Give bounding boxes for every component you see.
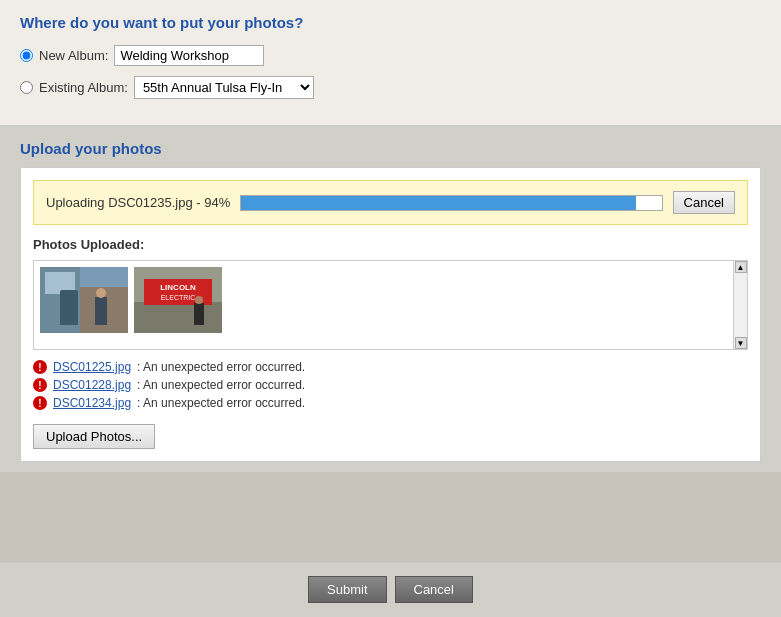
gray-area: [0, 472, 781, 561]
error-filename-2[interactable]: DSC01228.jpg: [53, 378, 131, 392]
svg-rect-4: [95, 297, 107, 325]
scrollbar-track: ▲ ▼: [733, 261, 747, 349]
thumbnails-area: LINCOLN ELECTRIC ▲ ▼: [33, 260, 748, 350]
thumbnail-1: [40, 267, 128, 333]
error-icon-3: !: [33, 396, 47, 410]
error-item-3: ! DSC01234.jpg : An unexpected error occ…: [33, 396, 748, 410]
error-message-2: : An unexpected error occurred.: [137, 378, 305, 392]
progress-bar-container: Uploading DSC01235.jpg - 94% Cancel: [33, 180, 748, 225]
thumbnail-2: LINCOLN ELECTRIC: [134, 267, 222, 333]
progress-track: [240, 195, 662, 211]
scrollbar-down[interactable]: ▼: [735, 337, 747, 349]
progress-label: Uploading DSC01235.jpg - 94%: [46, 195, 230, 210]
existing-album-radio[interactable]: [20, 81, 33, 94]
top-section: Where do you want to put your photos? Ne…: [0, 0, 781, 126]
scrollbar-up[interactable]: ▲: [735, 261, 747, 273]
new-album-input[interactable]: [114, 45, 264, 66]
existing-album-row: Existing Album: 55th Annual Tulsa Fly-In: [20, 76, 761, 99]
new-album-radio[interactable]: [20, 49, 33, 62]
existing-album-label: Existing Album:: [39, 80, 128, 95]
svg-rect-7: [134, 302, 222, 333]
bottom-bar: Submit Cancel: [0, 561, 781, 617]
svg-text:LINCOLN: LINCOLN: [160, 283, 196, 292]
error-item-2: ! DSC01228.jpg : An unexpected error occ…: [33, 378, 748, 392]
error-list: ! DSC01225.jpg : An unexpected error occ…: [33, 360, 748, 410]
submit-button[interactable]: Submit: [308, 576, 386, 603]
svg-rect-11: [194, 303, 204, 325]
error-icon-1: !: [33, 360, 47, 374]
upload-photos-button[interactable]: Upload Photos...: [33, 424, 155, 449]
error-message-3: : An unexpected error occurred.: [137, 396, 305, 410]
error-filename-3[interactable]: DSC01234.jpg: [53, 396, 131, 410]
svg-point-5: [96, 288, 106, 298]
svg-text:ELECTRIC: ELECTRIC: [161, 294, 196, 301]
upload-panel: Uploading DSC01235.jpg - 94% Cancel Phot…: [20, 167, 761, 462]
upload-section-title: Upload your photos: [20, 140, 761, 157]
page-title: Where do you want to put your photos?: [20, 14, 761, 31]
error-item-1: ! DSC01225.jpg : An unexpected error occ…: [33, 360, 748, 374]
existing-album-select[interactable]: 55th Annual Tulsa Fly-In: [134, 76, 314, 99]
error-filename-1[interactable]: DSC01225.jpg: [53, 360, 131, 374]
photos-uploaded-label: Photos Uploaded:: [33, 237, 748, 252]
progress-fill: [241, 196, 636, 210]
error-icon-2: !: [33, 378, 47, 392]
new-album-row: New Album:: [20, 45, 761, 66]
thumb-img-1: [40, 267, 128, 333]
new-album-label: New Album:: [39, 48, 108, 63]
page-wrapper: Where do you want to put your photos? Ne…: [0, 0, 781, 617]
thumb-img-2: LINCOLN ELECTRIC: [134, 267, 222, 333]
svg-point-12: [195, 296, 203, 304]
cancel-button[interactable]: Cancel: [395, 576, 473, 603]
svg-rect-3: [45, 272, 75, 294]
error-message-1: : An unexpected error occurred.: [137, 360, 305, 374]
upload-cancel-button[interactable]: Cancel: [673, 191, 735, 214]
